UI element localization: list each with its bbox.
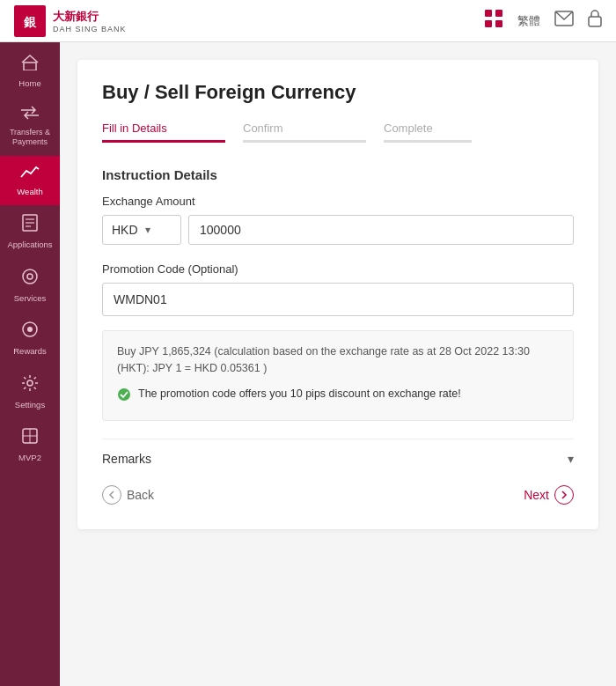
info-box: Buy JPY 1,865,324 (calculation based on … bbox=[102, 330, 574, 421]
remarks-chevron-icon: ▾ bbox=[568, 452, 574, 466]
step-complete-line bbox=[384, 140, 472, 143]
home-icon bbox=[21, 55, 39, 75]
sidebar-item-mvp2-label: MVP2 bbox=[18, 453, 41, 462]
svg-rect-8 bbox=[24, 63, 36, 70]
step-complete-label: Complete bbox=[384, 122, 433, 140]
header: 銀 大新銀行 DAH SING BANK 繁體 bbox=[0, 0, 616, 42]
exchange-row: HKD ▾ bbox=[102, 215, 574, 245]
apps-icon[interactable] bbox=[484, 9, 503, 33]
mvp2-icon bbox=[21, 427, 39, 449]
transfers-icon bbox=[20, 106, 40, 124]
chevron-down-icon: ▾ bbox=[145, 224, 150, 236]
header-controls: 繁體 bbox=[484, 9, 602, 33]
step-fill-details-label: Fill in Details bbox=[102, 122, 167, 140]
back-label: Back bbox=[127, 488, 154, 502]
step-fill-details: Fill in Details bbox=[102, 122, 225, 143]
svg-point-21 bbox=[118, 388, 130, 401]
svg-rect-5 bbox=[495, 20, 502, 27]
bank-name: 大新銀行 DAH SING BANK bbox=[53, 9, 127, 33]
page-title: Buy / Sell Foreign Currency bbox=[102, 81, 574, 104]
language-button[interactable]: 繁體 bbox=[517, 13, 540, 29]
instruction-section-title: Instruction Details bbox=[102, 167, 574, 182]
nav-buttons: Back Next bbox=[102, 478, 574, 505]
next-icon bbox=[554, 485, 574, 505]
promotion-code-label: Promotion Code (Optional) bbox=[102, 262, 574, 276]
settings-icon bbox=[21, 374, 39, 396]
message-icon[interactable] bbox=[554, 11, 574, 31]
remarks-label: Remarks bbox=[102, 452, 151, 466]
amount-input[interactable] bbox=[188, 215, 574, 245]
sidebar-item-home[interactable]: Home bbox=[0, 46, 60, 97]
info-text: Buy JPY 1,865,324 (calculation based on … bbox=[117, 343, 559, 377]
next-button[interactable]: Next bbox=[524, 485, 574, 505]
rewards-icon bbox=[21, 321, 39, 343]
sidebar-item-settings[interactable]: Settings bbox=[0, 365, 60, 418]
wealth-icon bbox=[20, 165, 40, 183]
logo-icon: 銀 bbox=[14, 5, 46, 37]
svg-rect-3 bbox=[495, 10, 502, 17]
sidebar-item-home-label: Home bbox=[18, 78, 40, 88]
check-circle-icon bbox=[117, 387, 131, 408]
sidebar-item-rewards-label: Rewards bbox=[13, 346, 47, 356]
back-button[interactable]: Back bbox=[102, 485, 154, 505]
sidebar-item-wealth-label: Wealth bbox=[17, 187, 42, 196]
sidebar-item-mvp2[interactable]: MVP2 bbox=[0, 418, 60, 471]
step-complete: Complete bbox=[384, 122, 472, 143]
step-confirm-label: Confirm bbox=[243, 122, 283, 140]
sidebar-item-services-label: Services bbox=[14, 293, 46, 303]
svg-text:銀: 銀 bbox=[23, 15, 37, 29]
currency-dropdown[interactable]: HKD ▾ bbox=[102, 215, 181, 245]
svg-rect-7 bbox=[589, 17, 601, 26]
currency-value: HKD bbox=[112, 223, 138, 237]
services-icon bbox=[21, 268, 39, 290]
promotion-code-input[interactable] bbox=[102, 283, 574, 316]
main-layout: Home Transfers & Payments Wealth Applica… bbox=[0, 42, 616, 686]
back-icon bbox=[102, 485, 121, 505]
step-confirm: Confirm bbox=[243, 122, 366, 143]
next-label: Next bbox=[524, 488, 549, 502]
exchange-amount-label: Exchange Amount bbox=[102, 195, 574, 208]
sidebar-item-services[interactable]: Services bbox=[0, 259, 60, 312]
stepper: Fill in Details Confirm Complete bbox=[102, 122, 574, 143]
remarks-row[interactable]: Remarks ▾ bbox=[102, 439, 574, 478]
sidebar-item-rewards[interactable]: Rewards bbox=[0, 312, 60, 365]
sidebar-item-wealth[interactable]: Wealth bbox=[0, 156, 60, 205]
svg-point-13 bbox=[23, 269, 37, 284]
applications-icon bbox=[22, 214, 38, 236]
sidebar: Home Transfers & Payments Wealth Applica… bbox=[0, 42, 60, 686]
sidebar-item-applications[interactable]: Applications bbox=[0, 205, 60, 258]
svg-rect-2 bbox=[485, 10, 492, 17]
sidebar-item-transfers[interactable]: Transfers & Payments bbox=[0, 97, 60, 156]
sidebar-item-applications-label: Applications bbox=[7, 240, 52, 249]
lock-icon[interactable] bbox=[588, 10, 602, 32]
svg-point-17 bbox=[27, 380, 33, 386]
content-area: Buy / Sell Foreign Currency Fill in Deta… bbox=[60, 42, 616, 686]
step-confirm-line bbox=[243, 140, 366, 143]
sidebar-item-settings-label: Settings bbox=[15, 400, 45, 409]
svg-point-16 bbox=[27, 327, 33, 332]
promo-success-text: The promotion code offers you 10 pips di… bbox=[138, 386, 461, 402]
step-fill-details-line bbox=[102, 140, 225, 143]
promo-success: The promotion code offers you 10 pips di… bbox=[117, 386, 559, 408]
svg-point-14 bbox=[27, 274, 33, 279]
svg-rect-4 bbox=[485, 20, 492, 27]
sidebar-item-transfers-label: Transfers & Payments bbox=[10, 128, 50, 147]
main-card: Buy / Sell Foreign Currency Fill in Deta… bbox=[77, 60, 598, 529]
bank-logo: 銀 大新銀行 DAH SING BANK bbox=[14, 5, 127, 37]
